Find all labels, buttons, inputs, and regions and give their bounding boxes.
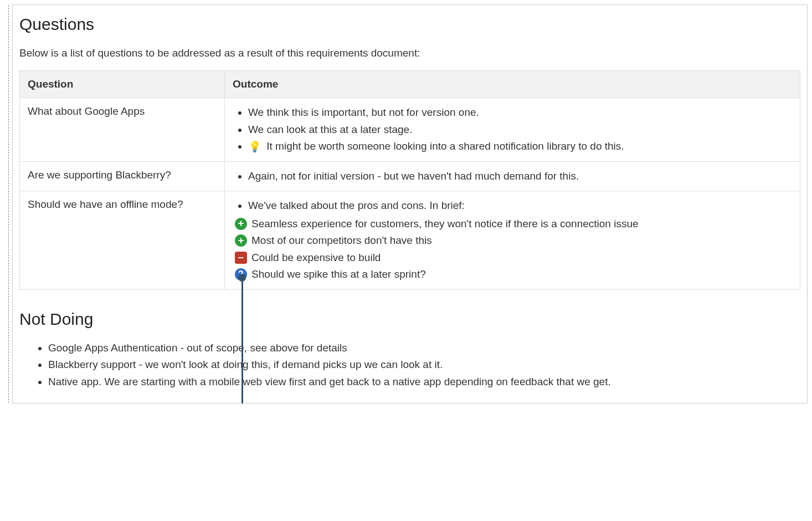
list-item-text: Could be expensive to build bbox=[251, 250, 381, 266]
table-row: Should we have an offline mode? We've ta… bbox=[20, 191, 800, 290]
minus-icon: – bbox=[235, 252, 247, 264]
not-doing-list: Google Apps Authentication - out of scop… bbox=[19, 340, 800, 390]
list-item: Blackberry support - we won't look at do… bbox=[48, 357, 800, 373]
plus-icon: + bbox=[235, 218, 247, 230]
list-item: + Most of our competitors don't have thi… bbox=[235, 233, 792, 249]
column-header-question: Question bbox=[20, 70, 225, 98]
question-cell: Should we have an offline mode? bbox=[20, 191, 225, 290]
outcome-cell: Again, not for initial version - but we … bbox=[225, 161, 800, 191]
table-row: What about Google Apps We think this is … bbox=[20, 98, 800, 162]
list-item-text: Most of our competitors don't have this bbox=[251, 233, 432, 249]
questions-heading: Questions bbox=[19, 12, 800, 37]
lightbulb-icon: 💡 bbox=[248, 139, 261, 155]
questions-table: Question Outcome What about Google Apps … bbox=[19, 70, 800, 290]
content-frame: Questions Below is a list of questions t… bbox=[12, 4, 808, 403]
list-item: We can look at this at a later stage. bbox=[248, 122, 792, 138]
question-cell: Are we supporting Blackberry? bbox=[20, 161, 225, 191]
questions-intro: Below is a list of questions to be addre… bbox=[19, 45, 800, 62]
page: Questions Below is a list of questions t… bbox=[0, 4, 812, 403]
guide-line bbox=[8, 5, 9, 403]
list-item: Native app. We are starting with a mobil… bbox=[48, 374, 800, 390]
outcome-cell: We've talked about the pros and cons. In… bbox=[225, 191, 800, 290]
list-item-text: Should we spike this at a later sprint? bbox=[251, 267, 426, 283]
list-item: We think this is important, but not for … bbox=[248, 105, 792, 121]
column-header-outcome: Outcome bbox=[225, 70, 800, 98]
list-item: ? Should we spike this at a later sprint… bbox=[235, 267, 792, 283]
list-item: We've talked about the pros and cons. In… bbox=[248, 198, 792, 214]
list-item: – Could be expensive to build bbox=[235, 250, 792, 266]
outcome-cell: We think this is important, but not for … bbox=[225, 98, 800, 162]
plus-icon: + bbox=[235, 234, 247, 247]
question-cell: What about Google Apps bbox=[20, 98, 225, 162]
list-item: 💡 It might be worth someone looking into… bbox=[248, 139, 792, 155]
list-item-text: Seamless experience for customers, they … bbox=[251, 216, 639, 232]
list-item-text: It might be worth someone looking into a… bbox=[266, 140, 624, 152]
list-item: Google Apps Authentication - out of scop… bbox=[48, 340, 800, 356]
list-item: Again, not for initial version - but we … bbox=[248, 168, 792, 185]
not-doing-heading: Not Doing bbox=[19, 307, 800, 331]
table-row: Are we supporting Blackberry? Again, not… bbox=[20, 161, 800, 191]
list-item: + Seamless experience for customers, the… bbox=[235, 216, 792, 232]
question-icon: ? bbox=[235, 268, 247, 280]
